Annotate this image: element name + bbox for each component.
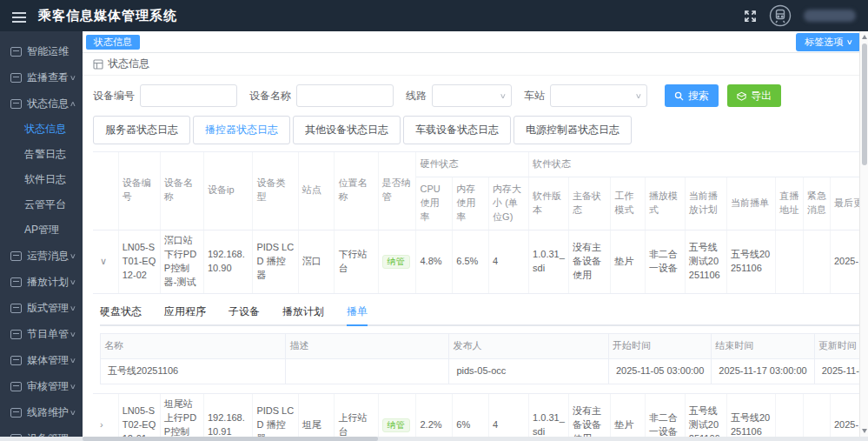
station-select[interactable]: ∨ bbox=[550, 84, 647, 107]
sidebar-item-audit-management[interactable]: 审核管理∨ bbox=[0, 373, 83, 399]
detail-table-row: 五号线20251106pids-05-occ2025-11-05 03:00:0… bbox=[101, 358, 860, 384]
sidebar-item-media-management[interactable]: 媒体管理∨ bbox=[0, 347, 83, 373]
column-header: 内存大小 (单位G) bbox=[489, 177, 529, 230]
tag-status-info[interactable]: 状态信息 bbox=[86, 35, 140, 50]
export-button[interactable]: 导出 bbox=[727, 84, 781, 107]
cell: 五号线20251106 bbox=[726, 230, 775, 293]
chevron-down-icon: ∨ bbox=[635, 92, 642, 100]
cell: 滘口站下行PDP控制器-测试 bbox=[160, 230, 203, 293]
main-area: 状态信息 标签选项 ∨ 状态信息 设备编号 bbox=[83, 31, 868, 441]
scroll-up-icon[interactable] bbox=[862, 35, 867, 39]
search-icon bbox=[674, 91, 684, 101]
vertical-scrollbar[interactable] bbox=[859, 31, 868, 437]
cell: 五号线测试20251106 bbox=[685, 230, 726, 293]
chevron-up-icon: ∧ bbox=[70, 100, 76, 108]
search-button[interactable]: 搜索 bbox=[665, 84, 719, 107]
device-name-label: 设备名称 bbox=[249, 89, 291, 104]
expand-cell: ∨ bbox=[93, 230, 118, 293]
tag-options-button[interactable]: 标签选项 ∨ bbox=[796, 33, 861, 51]
status-info-icon bbox=[10, 99, 22, 109]
audit-management-icon bbox=[10, 382, 22, 391]
sidebar-item-label: 播放计划 bbox=[27, 275, 69, 290]
detail-tab-1[interactable]: 应用程序 bbox=[164, 299, 206, 324]
tab-1[interactable]: 播控器状态日志 bbox=[193, 116, 290, 144]
tag-bar: 状态信息 标签选项 ∨ bbox=[83, 31, 868, 53]
cell: 垫片 bbox=[611, 393, 646, 441]
tab-3[interactable]: 车载设备状态日志 bbox=[403, 116, 511, 144]
media-management-icon bbox=[10, 356, 22, 365]
device-id-input[interactable] bbox=[140, 84, 237, 107]
sidebar-item-status-info[interactable]: 状态信息∧ bbox=[0, 90, 83, 117]
cell: 纳管 bbox=[378, 230, 416, 293]
cell: 4 bbox=[489, 230, 529, 293]
chevron-down-icon: ∨ bbox=[70, 383, 76, 391]
sidebar-subitem-software-log[interactable]: 软件日志 bbox=[0, 167, 83, 192]
detail-cell-value: 2025-11-05 03:00:00 bbox=[608, 358, 711, 384]
column-header: 最后更新时间 bbox=[831, 177, 860, 230]
column-header: 是否纳管 bbox=[378, 152, 416, 230]
sidebar-item-line-maintenance[interactable]: 线路维护∨ bbox=[0, 399, 83, 425]
sidebar-item-layout-management[interactable]: 版式管理∨ bbox=[0, 295, 83, 321]
user-name-redacted[interactable] bbox=[804, 10, 856, 22]
cell: 4 bbox=[489, 393, 529, 441]
horizontal-scroll-thumb[interactable] bbox=[83, 437, 378, 441]
detail-column-header: 描述 bbox=[286, 333, 449, 358]
detail-tab-0[interactable]: 硬盘状态 bbox=[100, 299, 142, 324]
menu-toggle-icon[interactable] bbox=[12, 10, 26, 21]
app-body: 智能运维监播查看∨状态信息∧状态信息告警日志软件日志云管平台AP管理运营消息∨播… bbox=[0, 31, 868, 441]
column-header: 紧急消息 bbox=[803, 177, 830, 230]
detail-tab-4[interactable]: 播单 bbox=[347, 299, 368, 326]
sidebar-subitem-status-info[interactable]: 状态信息 bbox=[0, 117, 83, 142]
detail-cell-value: 2025-11-06 14:54:44 bbox=[814, 358, 859, 384]
status-table: 设备编号设备名称设备ip设备类型站点位置名称是否纳管硬件状态软件状态CPU使用率… bbox=[93, 152, 859, 441]
column-header: 当前播单 bbox=[726, 177, 775, 230]
tag-options-label: 标签选项 bbox=[805, 36, 843, 49]
cell: 4.8% bbox=[416, 230, 453, 293]
vertical-scroll-thumb[interactable] bbox=[862, 43, 867, 165]
managed-status-badge: 纳管 bbox=[382, 255, 410, 269]
cell: 五号线测试20251106 bbox=[685, 393, 726, 441]
top-header: 乘客信息媒体管理系统 bbox=[0, 0, 868, 31]
fullscreen-icon[interactable] bbox=[744, 10, 757, 23]
cell: PIDS LCD 播控器 bbox=[253, 230, 298, 293]
column-header: 当前播放计划 bbox=[685, 177, 726, 230]
scroll-down-icon[interactable] bbox=[862, 429, 867, 433]
sidebar-subitem-ap-management[interactable]: AP管理 bbox=[0, 217, 83, 243]
sidebar-item-play-plan[interactable]: 播放计划∨ bbox=[0, 269, 83, 295]
expand-row-icon[interactable]: › bbox=[96, 418, 107, 432]
horizontal-scrollbar[interactable] bbox=[0, 437, 868, 441]
sidebar-item-program-list-management[interactable]: 节目单管理∨ bbox=[0, 321, 83, 347]
cell: 没有主备设备使用 bbox=[569, 230, 611, 293]
sidebar-subitem-cloud-platform[interactable]: 云管平台 bbox=[0, 192, 83, 217]
device-name-input[interactable] bbox=[296, 84, 394, 107]
cell: 上行站台 bbox=[335, 393, 378, 441]
sidebar-subitem-alarm-log[interactable]: 告警日志 bbox=[0, 142, 83, 167]
column-header: 设备名称 bbox=[160, 152, 203, 230]
content-panel: 状态信息 设备编号 设备名称 线路 ∨ bbox=[83, 53, 868, 441]
detail-tab-2[interactable]: 子设备 bbox=[229, 299, 260, 324]
cell: 纳管 bbox=[378, 393, 416, 441]
table-row: ›LN05-ST02-EQ12-01坦尾站上行PDP控制器-测试192.168.… bbox=[93, 393, 859, 441]
detail-column-header: 更新时间 bbox=[814, 333, 859, 358]
user-avatar-train-icon[interactable] bbox=[769, 4, 792, 27]
detail-table: 名称描述发布人开始时间结束时间更新时间五号线20251106pids-05-oc… bbox=[100, 333, 859, 384]
smart-ops-icon bbox=[10, 47, 22, 57]
tab-4[interactable]: 电源控制器状态日志 bbox=[514, 116, 632, 144]
line-select[interactable]: ∨ bbox=[432, 84, 512, 107]
operation-message-icon bbox=[10, 251, 22, 261]
cell: 五号线20251106 bbox=[726, 393, 775, 441]
chevron-down-icon: ∨ bbox=[70, 278, 76, 286]
tab-2[interactable]: 其他设备状态日志 bbox=[293, 116, 401, 144]
cell: 192.168.10.90 bbox=[203, 230, 252, 293]
sidebar-item-smart-ops[interactable]: 智能运维 bbox=[0, 38, 83, 64]
detail-row: 硬盘状态应用程序子设备播放计划播单名称描述发布人开始时间结束时间更新时间五号线2… bbox=[93, 293, 859, 393]
collapse-row-icon[interactable]: ∨ bbox=[96, 255, 110, 269]
status-table-wrap: 设备编号设备名称设备ip设备类型站点位置名称是否纳管硬件状态软件状态CPU使用率… bbox=[93, 151, 859, 441]
detail-tab-3[interactable]: 播放计划 bbox=[282, 299, 324, 324]
tab-0[interactable]: 服务器状态日志 bbox=[93, 116, 190, 144]
sidebar-item-label: 版式管理 bbox=[27, 301, 69, 316]
cell: LN05-ST01-EQ12-02 bbox=[118, 230, 160, 293]
cell bbox=[776, 393, 803, 441]
sidebar-item-operation-message[interactable]: 运营消息∨ bbox=[0, 243, 83, 269]
sidebar-item-monitor-view[interactable]: 监播查看∨ bbox=[0, 64, 83, 90]
